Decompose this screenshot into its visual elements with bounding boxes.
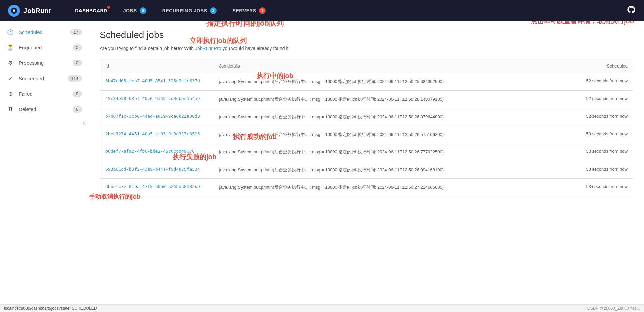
sidebar-count-enqueued: 0 — [73, 44, 82, 51]
pro-banner: Are you trying to find a certain job her… — [100, 46, 633, 51]
succeeded-icon: ✓ — [7, 75, 14, 82]
sidebar-count-succeeded: 114 — [68, 75, 82, 82]
sidebar-item-scheduled[interactable]: 🕐 Scheduled 17 — [0, 24, 89, 40]
logo-text: JobRunr — [23, 7, 51, 15]
sidebar-label-deleted: Deleted — [19, 106, 68, 112]
job-id-link[interactable]: b0def7-afa2-4fb0-bde2-45c0ccd49076 — [105, 149, 195, 154]
failed-icon: ⊗ — [7, 90, 14, 97]
job-scheduled-cell: 52 seconds from now — [566, 73, 633, 91]
job-id-link[interactable]: 5b47cd05-fcb7-40d5-8541-526d2cfc637d — [105, 78, 200, 83]
table-row: 5b47cd05-fcb7-40d5-8541-526d2cfc637d jav… — [100, 73, 633, 91]
table-row: b7b07f1c-3cb8-44ad-a819-9ca6822a38d3 jav… — [100, 108, 633, 126]
nav-dashboard[interactable]: DASHBOARD — [67, 0, 115, 21]
sidebar-item-deleted[interactable]: 🗑 Deleted 0 — [0, 101, 89, 117]
job-id-cell: b0def7-afa2-4fb0-bde2-45c0ccd49076 — [100, 143, 214, 161]
logo: JobRunr — [8, 5, 51, 17]
deleted-icon: 🗑 — [7, 105, 14, 113]
sidebar-toggle[interactable]: ‹ — [0, 117, 89, 129]
sidebar-label-succeeded: Succeeded — [19, 76, 63, 81]
col-header-details: Job details — [214, 59, 566, 73]
job-details-cell: java.lang.System.out.println(后台业务执行中... … — [214, 126, 566, 143]
main-layout: 🕐 Scheduled 17 ⏳ Enqueued 0 ⚙ Processing… — [0, 21, 644, 304]
nav-recurring-jobs[interactable]: RECURRING JOBS 3 — [154, 0, 225, 21]
job-id-cell: dbbbfc7e-819a-47f5-b0b0-a26bd38982b9 — [100, 179, 214, 196]
pro-link[interactable]: JobRunr Pro — [195, 46, 221, 51]
sidebar-count-deleted: 0 — [73, 106, 82, 113]
table-header: Id Job details Scheduled — [100, 59, 633, 73]
servers-badge: 1 — [259, 7, 266, 14]
sidebar-item-failed[interactable]: ⊗ Failed 0 — [0, 86, 89, 101]
table-row: 693b61cd-b3f2-43e9-b44a-f9d4875fa534 jav… — [100, 161, 633, 179]
nav-servers[interactable]: SERVERS 1 — [225, 0, 274, 21]
processing-icon: ⚙ — [7, 59, 14, 66]
annotation-queue: 指定执行时间的job队列 — [206, 21, 284, 28]
content-area: 指定执行时间的job队列 立即执行job的队列 执行中的job 执行成功的job… — [89, 21, 644, 304]
github-icon[interactable] — [627, 5, 636, 16]
table-row: 2bed3274-4461-40a5-af93-9f9d317c6515 jav… — [100, 126, 633, 143]
sidebar-label-failed: Failed — [19, 91, 68, 97]
sidebar-count-processing: 0 — [73, 60, 82, 66]
col-header-id: Id — [100, 59, 214, 73]
status-bar: localhost:8000/dashboard/jobs?state=SCHE… — [0, 304, 644, 312]
jobs-badge: 0 — [140, 7, 146, 14]
sidebar-count-scheduled: 17 — [70, 29, 82, 35]
table-row: 45c84e58-68bf-40c0-9335-cd8ebbc5a4ae jav… — [100, 90, 633, 108]
nav-jobs[interactable]: JOBS 0 — [115, 0, 154, 21]
job-id-cell: 45c84e58-68bf-40c0-9335-cd8ebbc5a4ae — [100, 90, 214, 108]
job-details-cell: java.lang.System.out.println(后台业务执行中... … — [214, 73, 566, 91]
jobs-list: 5b47cd05-fcb7-40d5-8541-526d2cfc637d jav… — [100, 73, 633, 196]
svg-point-1 — [13, 10, 15, 12]
job-details-cell: java.lang.System.out.println(后台业务执行中... … — [214, 161, 566, 179]
watermark: CSDN @20000_Zuuuu Yao... — [587, 306, 640, 311]
status-url: localhost:8000/dashboard/jobs?state=SCHE… — [4, 306, 97, 311]
job-scheduled-cell: 52 seconds from now — [566, 90, 633, 108]
main-nav: DASHBOARD JOBS 0 RECURRING JOBS 3 SERVER… — [67, 0, 627, 21]
job-scheduled-cell: 53 seconds from now — [566, 179, 633, 196]
table-row: dbbbfc7e-819a-47f5-b0b0-a26bd38982b9 jav… — [100, 179, 633, 196]
job-id-cell: 693b61cd-b3f2-43e9-b44a-f9d4875fa534 — [100, 161, 214, 179]
sidebar-label-enqueued: Enqueued — [19, 45, 68, 50]
enqueued-icon: ⏳ — [7, 44, 14, 51]
job-id-cell: 5b47cd05-fcb7-40d5-8541-526d2cfc637d — [100, 73, 214, 91]
recurring-jobs-badge: 3 — [210, 7, 217, 14]
sidebar-item-processing[interactable]: ⚙ Processing 0 — [0, 55, 89, 71]
job-scheduled-cell: 53 seconds from now — [566, 126, 633, 143]
sidebar: 🕐 Scheduled 17 ⏳ Enqueued 0 ⚙ Processing… — [0, 21, 89, 304]
logo-icon — [8, 5, 20, 17]
sidebar-item-succeeded[interactable]: ✓ Succeeded 114 — [0, 71, 89, 86]
col-header-scheduled: Scheduled — [566, 59, 633, 73]
job-details-cell: java.lang.System.out.println(后台业务执行中... … — [214, 90, 566, 108]
page-title: Scheduled jobs — [100, 30, 633, 40]
job-details-cell: java.lang.System.out.println(后台业务执行中... … — [214, 108, 566, 126]
sidebar-item-enqueued[interactable]: ⏳ Enqueued 0 — [0, 40, 89, 55]
dashboard-dot — [107, 6, 110, 9]
sidebar-label-scheduled: Scheduled — [19, 29, 66, 35]
clock-icon: 🕐 — [7, 28, 14, 36]
job-id-link[interactable]: b7b07f1c-3cb8-44ad-a819-9ca6822a38d3 — [105, 114, 200, 119]
job-details-cell: java.lang.System.out.println(后台业务执行中... … — [214, 143, 566, 161]
jobs-table: Id Job details Scheduled 5b47cd05-fcb7-4… — [100, 59, 633, 196]
sidebar-count-failed: 0 — [73, 91, 82, 97]
app-header: JobRunr DASHBOARD JOBS 0 RECURRING JOBS … — [0, 0, 644, 21]
job-id-link[interactable]: 45c84e58-68bf-40c0-9335-cd8ebbc5a4ae — [105, 96, 200, 101]
job-id-cell: b7b07f1c-3cb8-44ad-a819-9ca6822a38d3 — [100, 108, 214, 126]
job-scheduled-cell: 53 seconds from now — [566, 143, 633, 161]
table-row: b0def7-afa2-4fb0-bde2-45c0ccd49076 java.… — [100, 143, 633, 161]
job-scheduled-cell: 53 seconds from now — [566, 161, 633, 179]
job-id-cell: 2bed3274-4461-40a5-af93-9f9d317c6515 — [100, 126, 214, 143]
annotation-click-id: 点击Id可以查看详情，取消执行job — [531, 21, 634, 26]
job-id-link[interactable]: 2bed3274-4461-40a5-af93-9f9d317c6515 — [105, 131, 200, 136]
sidebar-label-processing: Processing — [19, 60, 68, 66]
job-details-cell: java.lang.System.out.println(后台业务执行中... … — [214, 179, 566, 196]
job-id-link[interactable]: dbbbfc7e-819a-47f5-b0b0-a26bd38982b9 — [105, 184, 200, 189]
job-id-link[interactable]: 693b61cd-b3f2-43e9-b44a-f9d4875fa534 — [105, 167, 200, 172]
job-scheduled-cell: 52 seconds from now — [566, 108, 633, 126]
